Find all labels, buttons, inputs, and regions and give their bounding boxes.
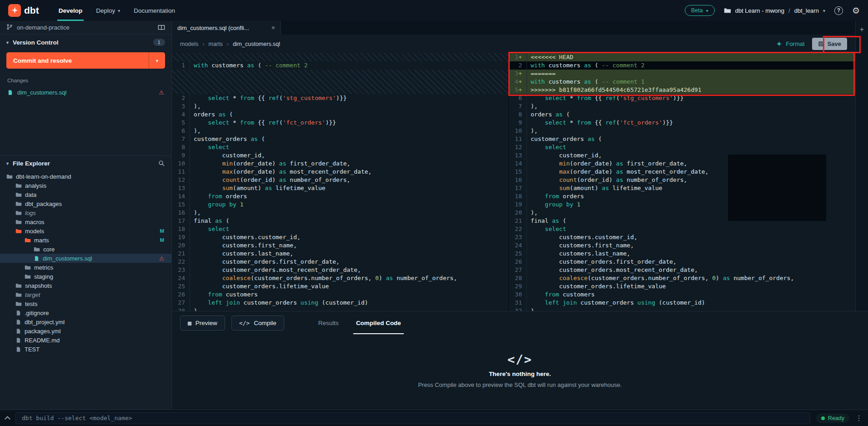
- tab-results[interactable]: Results: [310, 311, 347, 334]
- commit-and-resolve-button[interactable]: Commit and resolve: [6, 52, 149, 69]
- tree-item-label: dbt_packages: [25, 200, 62, 207]
- compile-button[interactable]: </> Compile: [231, 316, 284, 331]
- close-icon[interactable]: ×: [271, 24, 275, 31]
- tree-item-label: dim_customers.sql: [43, 255, 92, 262]
- command-bar: dbt build --select <model_name> Ready ⋮: [0, 410, 868, 426]
- tree-item-analysis[interactable]: analysis: [0, 181, 171, 190]
- tree-item-label: data: [25, 191, 36, 198]
- gear-icon[interactable]: ⚙: [852, 5, 860, 16]
- code-line: 20 customers.first_name,: [172, 241, 508, 250]
- folder-icon: [15, 301, 22, 307]
- folder-icon: [34, 246, 40, 252]
- tree-item-label: core: [43, 246, 55, 253]
- tab-compiled-code[interactable]: Compiled Code: [347, 311, 410, 334]
- code-line: 14 min(order_date) as first_order_date,: [509, 160, 855, 168]
- tree-item-label: .gitignore: [25, 310, 49, 316]
- folder-icon: [25, 237, 31, 243]
- format-button[interactable]: Format: [776, 40, 804, 47]
- nav-item-documentation[interactable]: Documentation: [127, 0, 182, 21]
- tree-item-label: README.md: [25, 337, 60, 344]
- tree-item-packages-yml[interactable]: packages.yml: [0, 326, 171, 336]
- sidebar: on-demand-practice ▾ Version Control 1 C…: [0, 21, 172, 410]
- beta-badge[interactable]: Beta▾: [685, 5, 715, 16]
- dbt-logo-icon[interactable]: [8, 4, 21, 17]
- empty-state-subtitle: Press Compile above to preview the SQL d…: [418, 381, 622, 388]
- command-input[interactable]: dbt build --select <model_name>: [15, 412, 810, 424]
- breadcrumb-separator-icon: ›: [227, 41, 229, 47]
- file-icon: [7, 90, 13, 95]
- breadcrumb-bar: models › marts › dim_customers.sql Forma…: [172, 35, 855, 53]
- kebab-menu-icon[interactable]: ⋮: [855, 414, 863, 422]
- search-icon[interactable]: [158, 160, 165, 167]
- tree-item-dbt-packages[interactable]: dbt_packages: [0, 199, 171, 208]
- code-line: 32): [509, 307, 855, 311]
- tree-item-tests[interactable]: tests: [0, 299, 171, 308]
- code-line: 23 customer_orders.most_recent_order_dat…: [172, 266, 508, 274]
- changes-count-badge: 1: [153, 39, 165, 46]
- tree-item--gitignore[interactable]: .gitignore: [0, 308, 171, 317]
- code-line: 15 max(order_date) as most_recent_order_…: [509, 168, 855, 176]
- folder-icon: [15, 291, 22, 298]
- file-icon: [15, 310, 21, 316]
- code-line: 11 max(order_date) as most_recent_order_…: [172, 168, 508, 176]
- chevron-down-icon: ▾: [6, 161, 9, 166]
- editor-pane-left[interactable]: 1with customers as ( -- comment 22 selec…: [172, 53, 508, 311]
- changed-file-dim-customers[interactable]: dim_customers.sql ⚠: [0, 86, 171, 98]
- tree-item-target[interactable]: target: [0, 290, 171, 299]
- version-control-header[interactable]: ▾ Version Control 1: [0, 35, 171, 50]
- code-line: 22 select: [509, 225, 855, 233]
- tree-item-readme-md[interactable]: README.md: [0, 336, 171, 345]
- commit-options-caret[interactable]: ▾: [149, 52, 165, 69]
- tree-item-macros[interactable]: macros: [0, 217, 171, 226]
- status-badge: Ready: [816, 413, 849, 423]
- code-line: 25 customer_orders.lifetime_value: [172, 282, 508, 291]
- folder-icon: [15, 282, 22, 289]
- help-icon[interactable]: ?: [834, 6, 843, 15]
- tree-item-data[interactable]: data: [0, 190, 171, 199]
- file-icon: [15, 328, 21, 334]
- tree-item-metrics[interactable]: metrics: [0, 263, 171, 272]
- preview-button[interactable]: ▦ Preview: [180, 316, 225, 331]
- tab-dim-customers[interactable]: dim_customers.sql (confli... ×: [172, 21, 281, 35]
- add-panel-icon[interactable]: +: [860, 25, 864, 34]
- tree-item-snapshots[interactable]: snapshots: [0, 281, 171, 290]
- conflict-warning-icon: ⚠: [159, 255, 164, 262]
- tree-item-dbt-learn-on-demand[interactable]: dbt-learn-on-demand: [0, 172, 171, 181]
- tree-item-test[interactable]: TEST: [0, 345, 171, 354]
- tree-item-label: dbt-learn-on-demand: [16, 173, 71, 180]
- editor-pane-right[interactable]: 1+<<<<<<< HEAD2with customers as ( -- co…: [508, 53, 855, 311]
- file-explorer-header[interactable]: ▾ File Explorer: [0, 155, 171, 171]
- code-line: 16),: [172, 209, 508, 217]
- code-line: 15 group by 1: [172, 200, 508, 209]
- tree-item-core[interactable]: core: [0, 245, 171, 254]
- tree-item-staging[interactable]: staging: [0, 272, 171, 281]
- expand-panel-icon[interactable]: [5, 416, 10, 422]
- code-line: 14 from orders: [172, 192, 508, 200]
- breadcrumb-file[interactable]: dim_customers.sql: [233, 41, 280, 47]
- modified-badge: M: [160, 237, 164, 243]
- git-branch-selector[interactable]: on-demand-practice: [0, 21, 171, 35]
- tree-item-marts[interactable]: martsM: [0, 236, 171, 245]
- nav-item-develop[interactable]: Develop: [52, 0, 90, 21]
- folder-icon: [6, 173, 13, 180]
- folder-icon: [15, 200, 22, 207]
- docs-book-icon[interactable]: [158, 25, 165, 30]
- tree-item-dim-customers-sql[interactable]: dim_customers.sql⚠: [0, 254, 171, 263]
- project-name: dbt_learn: [794, 7, 819, 14]
- tree-item-label: staging: [34, 273, 53, 280]
- code-line: 30 from customers: [509, 291, 855, 299]
- breadcrumb-models[interactable]: models: [180, 41, 198, 47]
- version-control-spacer: [0, 98, 171, 155]
- save-button[interactable]: Save: [812, 38, 847, 50]
- diff-spacer: [172, 53, 508, 61]
- nav-item-deploy[interactable]: Deploy▾: [89, 0, 127, 21]
- code-line: 8orders as (: [509, 110, 855, 119]
- tree-item-models[interactable]: modelsM: [0, 226, 171, 236]
- code-line: 29 customer_orders.lifetime_value: [509, 282, 855, 291]
- account-switcher[interactable]: dbt Learn - mwong / dbt_learn ▾: [724, 7, 825, 14]
- tree-item-logs[interactable]: logs: [0, 208, 171, 217]
- file-icon: [15, 337, 21, 343]
- top-nav: dbt Develop Deploy▾ Documentation Beta▾ …: [0, 0, 868, 21]
- tree-item-dbt-project-yml[interactable]: dbt_project.yml: [0, 317, 171, 326]
- breadcrumb-marts[interactable]: marts: [208, 41, 222, 47]
